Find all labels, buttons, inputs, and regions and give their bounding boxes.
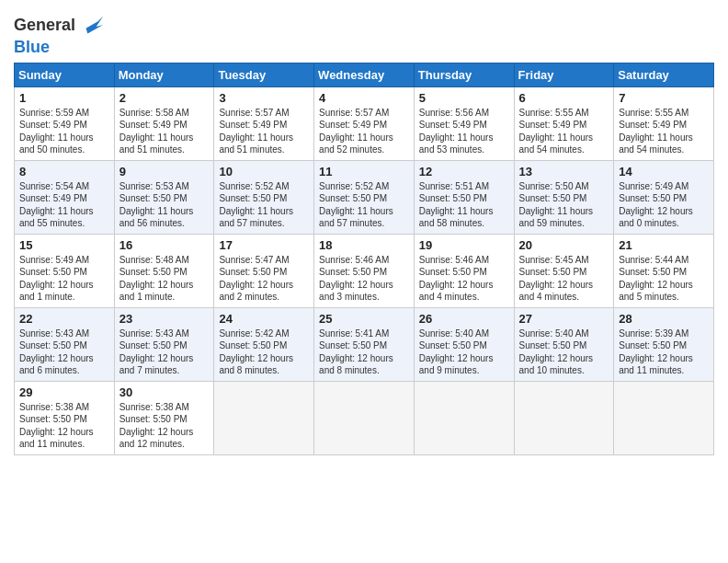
cell-info-text: Sunrise: 5:52 AM Sunset: 5:50 PM Dayligh…: [319, 180, 409, 230]
calendar-cell: 29Sunrise: 5:38 AM Sunset: 5:50 PM Dayli…: [15, 381, 115, 454]
cell-day-number: 10: [219, 165, 309, 178]
calendar-cell: 30Sunrise: 5:38 AM Sunset: 5:50 PM Dayli…: [114, 381, 214, 454]
day-header-wednesday: Wednesday: [314, 63, 415, 86]
cell-day-number: 29: [19, 385, 109, 399]
cell-info-text: Sunrise: 5:49 AM Sunset: 5:50 PM Dayligh…: [619, 180, 709, 230]
cell-day-number: 28: [619, 312, 709, 326]
cell-info-text: Sunrise: 5:43 AM Sunset: 5:50 PM Dayligh…: [19, 327, 109, 377]
calendar-cell: 14Sunrise: 5:49 AM Sunset: 5:50 PM Dayli…: [614, 160, 714, 234]
calendar-body: 1Sunrise: 5:59 AM Sunset: 5:49 PM Daylig…: [15, 86, 714, 454]
cell-info-text: Sunrise: 5:48 AM Sunset: 5:50 PM Dayligh…: [119, 254, 210, 304]
cell-info-text: Sunrise: 5:47 AM Sunset: 5:50 PM Dayligh…: [219, 254, 309, 304]
calendar-cell: 21Sunrise: 5:44 AM Sunset: 5:50 PM Dayli…: [614, 234, 714, 307]
cell-day-number: 17: [219, 238, 309, 252]
calendar: SundayMondayTuesdayWednesdayThursdayFrid…: [14, 63, 714, 455]
cell-day-number: 27: [519, 312, 609, 326]
week-row-5: 29Sunrise: 5:38 AM Sunset: 5:50 PM Dayli…: [15, 381, 714, 454]
cell-day-number: 24: [219, 312, 309, 326]
cell-day-number: 15: [19, 238, 109, 252]
calendar-cell: 22Sunrise: 5:43 AM Sunset: 5:50 PM Dayli…: [15, 307, 115, 381]
week-row-2: 8Sunrise: 5:54 AM Sunset: 5:49 PM Daylig…: [15, 160, 714, 234]
page: General Blue SundayMondayTuesdayWednesda…: [0, 0, 728, 469]
cell-info-text: Sunrise: 5:55 AM Sunset: 5:49 PM Dayligh…: [519, 107, 609, 156]
calendar-cell: 2Sunrise: 5:58 AM Sunset: 5:49 PM Daylig…: [114, 86, 214, 160]
calendar-cell: 8Sunrise: 5:54 AM Sunset: 5:49 PM Daylig…: [15, 160, 115, 234]
cell-day-number: 14: [619, 165, 709, 178]
cell-day-number: 21: [619, 238, 709, 252]
cell-day-number: 5: [419, 91, 509, 105]
calendar-cell: [614, 381, 714, 454]
calendar-cell: 18Sunrise: 5:46 AM Sunset: 5:50 PM Dayli…: [314, 234, 415, 307]
day-header-monday: Monday: [114, 63, 214, 86]
calendar-cell: 12Sunrise: 5:51 AM Sunset: 5:50 PM Dayli…: [414, 160, 514, 234]
week-row-4: 22Sunrise: 5:43 AM Sunset: 5:50 PM Dayli…: [15, 307, 714, 381]
cell-info-text: Sunrise: 5:39 AM Sunset: 5:50 PM Dayligh…: [619, 327, 709, 377]
calendar-cell: 15Sunrise: 5:49 AM Sunset: 5:50 PM Dayli…: [15, 234, 115, 307]
calendar-cell: 3Sunrise: 5:57 AM Sunset: 5:49 PM Daylig…: [214, 86, 314, 160]
calendar-cell: 19Sunrise: 5:46 AM Sunset: 5:50 PM Dayli…: [414, 234, 514, 307]
cell-day-number: 8: [19, 165, 109, 178]
cell-info-text: Sunrise: 5:40 AM Sunset: 5:50 PM Dayligh…: [519, 327, 609, 377]
cell-info-text: Sunrise: 5:57 AM Sunset: 5:49 PM Dayligh…: [219, 107, 309, 156]
cell-day-number: 23: [119, 312, 210, 326]
day-header-saturday: Saturday: [614, 63, 714, 86]
cell-info-text: Sunrise: 5:58 AM Sunset: 5:49 PM Dayligh…: [119, 107, 210, 156]
calendar-cell: 16Sunrise: 5:48 AM Sunset: 5:50 PM Dayli…: [114, 234, 214, 307]
week-row-1: 1Sunrise: 5:59 AM Sunset: 5:49 PM Daylig…: [15, 86, 714, 160]
cell-day-number: 12: [419, 165, 509, 178]
logo-blue-text: Blue: [14, 39, 105, 57]
cell-info-text: Sunrise: 5:38 AM Sunset: 5:50 PM Dayligh…: [19, 401, 109, 451]
cell-day-number: 7: [619, 91, 709, 105]
cell-info-text: Sunrise: 5:46 AM Sunset: 5:50 PM Dayligh…: [319, 254, 409, 304]
calendar-cell: 7Sunrise: 5:55 AM Sunset: 5:49 PM Daylig…: [614, 86, 714, 160]
calendar-cell: [214, 381, 314, 454]
cell-day-number: 26: [419, 312, 509, 326]
calendar-cell: 26Sunrise: 5:40 AM Sunset: 5:50 PM Dayli…: [414, 307, 514, 381]
calendar-header-row: SundayMondayTuesdayWednesdayThursdayFrid…: [15, 63, 714, 86]
calendar-cell: 24Sunrise: 5:42 AM Sunset: 5:50 PM Dayli…: [214, 307, 314, 381]
calendar-cell: 25Sunrise: 5:41 AM Sunset: 5:50 PM Dayli…: [314, 307, 415, 381]
cell-info-text: Sunrise: 5:57 AM Sunset: 5:49 PM Dayligh…: [319, 107, 409, 156]
logo-general-text: General: [14, 17, 75, 35]
cell-info-text: Sunrise: 5:46 AM Sunset: 5:50 PM Dayligh…: [419, 254, 509, 304]
day-header-tuesday: Tuesday: [214, 63, 314, 86]
cell-day-number: 20: [519, 238, 609, 252]
cell-info-text: Sunrise: 5:55 AM Sunset: 5:49 PM Dayligh…: [619, 107, 709, 156]
calendar-cell: 27Sunrise: 5:40 AM Sunset: 5:50 PM Dayli…: [514, 307, 614, 381]
cell-info-text: Sunrise: 5:41 AM Sunset: 5:50 PM Dayligh…: [319, 327, 409, 377]
cell-day-number: 4: [319, 91, 409, 105]
cell-day-number: 25: [319, 312, 409, 326]
day-header-friday: Friday: [514, 63, 614, 86]
day-header-thursday: Thursday: [414, 63, 514, 86]
cell-info-text: Sunrise: 5:56 AM Sunset: 5:49 PM Dayligh…: [419, 107, 509, 156]
calendar-cell: 10Sunrise: 5:52 AM Sunset: 5:50 PM Dayli…: [214, 160, 314, 234]
calendar-cell: 20Sunrise: 5:45 AM Sunset: 5:50 PM Dayli…: [514, 234, 614, 307]
cell-info-text: Sunrise: 5:38 AM Sunset: 5:50 PM Dayligh…: [119, 401, 210, 451]
cell-info-text: Sunrise: 5:53 AM Sunset: 5:50 PM Dayligh…: [119, 180, 210, 230]
calendar-cell: [314, 381, 415, 454]
cell-info-text: Sunrise: 5:43 AM Sunset: 5:50 PM Dayligh…: [119, 327, 210, 377]
cell-info-text: Sunrise: 5:45 AM Sunset: 5:50 PM Dayligh…: [519, 254, 609, 304]
cell-day-number: 3: [219, 91, 309, 105]
calendar-cell: [514, 381, 614, 454]
week-row-3: 15Sunrise: 5:49 AM Sunset: 5:50 PM Dayli…: [15, 234, 714, 307]
header: General Blue: [14, 9, 714, 57]
cell-info-text: Sunrise: 5:59 AM Sunset: 5:49 PM Dayligh…: [19, 107, 109, 156]
cell-day-number: 6: [519, 91, 609, 105]
logo-bird-icon: [79, 13, 105, 39]
calendar-cell: 4Sunrise: 5:57 AM Sunset: 5:49 PM Daylig…: [314, 86, 415, 160]
cell-day-number: 30: [119, 385, 210, 399]
cell-info-text: Sunrise: 5:42 AM Sunset: 5:50 PM Dayligh…: [219, 327, 309, 377]
cell-day-number: 9: [119, 165, 210, 178]
cell-day-number: 11: [319, 165, 409, 178]
day-header-sunday: Sunday: [15, 63, 115, 86]
calendar-cell: 11Sunrise: 5:52 AM Sunset: 5:50 PM Dayli…: [314, 160, 415, 234]
calendar-cell: 5Sunrise: 5:56 AM Sunset: 5:49 PM Daylig…: [414, 86, 514, 160]
cell-day-number: 2: [119, 91, 210, 105]
cell-day-number: 16: [119, 238, 210, 252]
cell-info-text: Sunrise: 5:44 AM Sunset: 5:50 PM Dayligh…: [619, 254, 709, 304]
cell-info-text: Sunrise: 5:51 AM Sunset: 5:50 PM Dayligh…: [419, 180, 509, 230]
calendar-cell: 28Sunrise: 5:39 AM Sunset: 5:50 PM Dayli…: [614, 307, 714, 381]
cell-day-number: 19: [419, 238, 509, 252]
cell-info-text: Sunrise: 5:54 AM Sunset: 5:49 PM Dayligh…: [19, 180, 109, 230]
